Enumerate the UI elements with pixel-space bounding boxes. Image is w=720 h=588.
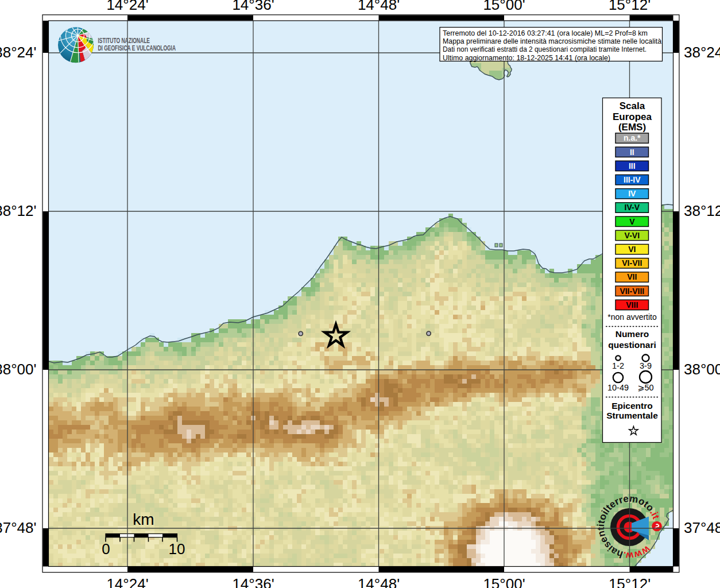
svg-text:38°00': 38°00' — [0, 361, 37, 378]
svg-text:III-IV: III-IV — [624, 175, 641, 184]
svg-text:38°00': 38°00' — [684, 361, 720, 378]
svg-text:Europea: Europea — [613, 111, 652, 122]
svg-text:questionari: questionari — [608, 340, 656, 350]
svg-text:⩾50: ⩾50 — [637, 383, 653, 392]
svg-text:38°24': 38°24' — [0, 44, 37, 61]
svg-text:1-2: 1-2 — [612, 361, 624, 370]
svg-text:VII: VII — [627, 272, 637, 281]
svg-text:IV: IV — [628, 189, 636, 198]
svg-text:15°00': 15°00' — [483, 575, 525, 588]
svg-text:DI GEOFISICA E VULCANOLOGIA: DI GEOFISICA E VULCANOLOGIA — [98, 44, 176, 52]
svg-text:III: III — [629, 161, 636, 171]
svg-text:14°36': 14°36' — [232, 0, 274, 13]
svg-text:15°00': 15°00' — [483, 0, 525, 13]
svg-text:ISTITUTO NAZIONALE: ISTITUTO NAZIONALE — [98, 37, 150, 45]
svg-text:V-VI: V-VI — [625, 231, 640, 240]
svg-text:Mappa preliminare delle intens: Mappa preliminare delle intensità macros… — [443, 37, 661, 45]
svg-text:Strumentale: Strumentale — [606, 411, 658, 420]
svg-text:Scala: Scala — [620, 100, 645, 111]
svg-text:14°24': 14°24' — [106, 0, 148, 13]
svg-text:38°12': 38°12' — [0, 202, 37, 219]
svg-text:II: II — [630, 148, 634, 157]
svg-text:VI-VII: VI-VII — [622, 258, 642, 268]
svg-text:14°36': 14°36' — [232, 575, 274, 588]
svg-text:(EMS): (EMS) — [618, 122, 646, 133]
svg-text:15°12': 15°12' — [609, 575, 651, 588]
svg-text:14°24': 14°24' — [106, 575, 148, 588]
svg-text:VIII: VIII — [626, 300, 638, 310]
svg-text:VI: VI — [628, 245, 636, 254]
svg-text:38°12': 38°12' — [684, 202, 720, 219]
svg-text:n.a.*: n.a.* — [624, 133, 641, 142]
svg-text:10-49: 10-49 — [607, 383, 629, 392]
svg-text:VII-VIII: VII-VIII — [620, 287, 644, 296]
svg-text:37°48': 37°48' — [684, 519, 720, 536]
svg-text:15°12': 15°12' — [609, 0, 651, 13]
svg-text:10: 10 — [169, 540, 185, 558]
svg-text:37°48': 37°48' — [0, 519, 37, 536]
svg-text:V: V — [629, 217, 635, 226]
svg-text:Ultimo aggiornamento: 18-12-20: Ultimo aggiornamento: 18-12-2025 14:41 (… — [443, 53, 610, 62]
svg-text:0: 0 — [102, 540, 110, 558]
svg-text:Numero: Numero — [616, 329, 649, 339]
svg-text:14°48': 14°48' — [358, 575, 400, 588]
svg-text:Terremoto del 10-12-2016 03:27: Terremoto del 10-12-2016 03:27:41 (ora l… — [443, 29, 648, 37]
svg-text:Dati non verificati estratti d: Dati non verificati estratti da 2 questi… — [443, 45, 647, 53]
svg-text:*non avvertito: *non avvertito — [607, 312, 657, 322]
svg-text:IV-V: IV-V — [625, 203, 640, 212]
svg-text:14°48': 14°48' — [358, 0, 400, 13]
svg-text:3-9: 3-9 — [640, 361, 652, 370]
svg-text:km: km — [133, 510, 154, 528]
svg-text:38°24': 38°24' — [684, 44, 720, 61]
svg-text:Epicentro: Epicentro — [611, 401, 652, 411]
